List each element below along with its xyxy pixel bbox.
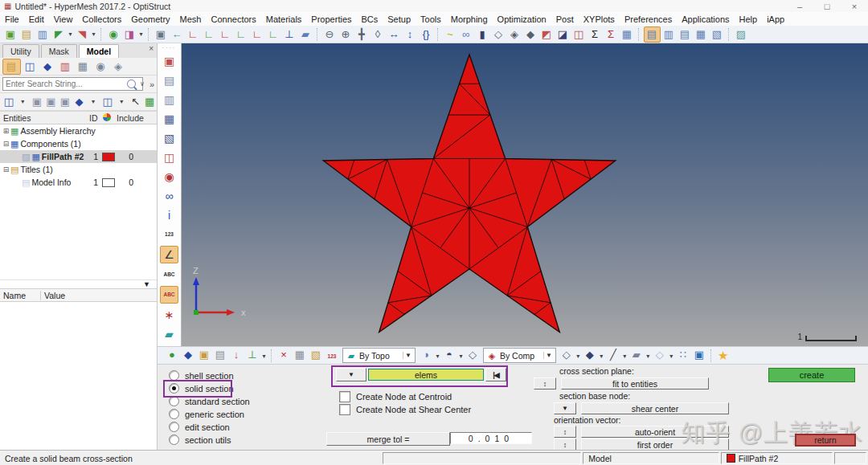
display-hidden-icon[interactable]: ▥ (161, 92, 178, 108)
checkbox-icon[interactable] (339, 404, 350, 415)
menu-help[interactable]: Help (735, 13, 763, 26)
tree-row[interactable]: ⊟▦Components (1) (0, 137, 157, 150)
arrows-multi-icon[interactable]: ∗ (161, 307, 178, 323)
quick-edit-icon[interactable]: ▤ (213, 348, 228, 362)
row2-caret2-icon[interactable]: ▾ (87, 95, 100, 109)
geom-shaded-caret-icon[interactable]: ▾ (434, 349, 440, 364)
wire-elems-icon[interactable]: ◇ (559, 348, 574, 362)
by-comp-caret-icon[interactable]: ▼ (543, 352, 554, 359)
menu-post[interactable]: Post (551, 13, 579, 26)
region-select-icon[interactable]: ▰ (161, 326, 178, 342)
include-column-header[interactable]: Include (117, 113, 144, 123)
line-style-icon[interactable]: ╱ (605, 348, 620, 362)
vector-collector-icon[interactable]: ↓ (229, 348, 244, 362)
tree-row[interactable]: ▤Model Info10 (0, 176, 157, 189)
panel-close-icon[interactable]: × (149, 44, 154, 53)
favorites-star-icon[interactable]: ★ (715, 349, 731, 363)
entities-column-header[interactable]: Entities (0, 113, 31, 123)
row2-caret1-icon[interactable]: ▾ (16, 95, 30, 109)
browser-panel-icon[interactable]: ▤ (644, 27, 661, 43)
geom-shaded-icon[interactable]: ◑ (418, 348, 433, 362)
view-zy-icon[interactable]: ∟ (266, 27, 281, 42)
viewport-canvas[interactable]: Zx 1 (182, 43, 868, 346)
tree-expander-icon[interactable]: ⊟ (2, 140, 10, 148)
iso-view-icon[interactable]: ⊥ (282, 27, 297, 42)
menu-morphing[interactable]: Morphing (446, 13, 493, 26)
radio-section-utils[interactable]: section utils (169, 434, 231, 446)
base-node-caret-button[interactable]: ▼ (554, 402, 576, 414)
feature-caret-icon[interactable]: ▾ (645, 349, 651, 364)
mass-tool-icon[interactable]: ▮ (475, 27, 490, 42)
menu-mesh[interactable]: Mesh (175, 13, 207, 26)
tree-item-label[interactable]: Components (1) (20, 139, 80, 149)
tab-mask[interactable]: Mask (41, 44, 77, 58)
panel-layout3-icon[interactable]: ▤ (678, 27, 693, 42)
user-profile-icon[interactable]: ◉ (106, 27, 121, 42)
menu-view[interactable]: View (49, 13, 78, 26)
layers-panel-icon[interactable]: ◫ (100, 95, 114, 109)
order-spinner-button[interactable]: ↕ (554, 438, 576, 451)
abc-plate-icon[interactable]: ABC (161, 267, 178, 283)
card-editor-icon[interactable]: ▧ (309, 348, 324, 362)
summary-sigma-icon[interactable]: Σ (588, 27, 603, 42)
panel-reset-icon[interactable]: ▨ (734, 27, 749, 42)
import-session-icon[interactable]: ▣ (3, 27, 18, 42)
tree-item-label[interactable]: FillPath #2 (42, 152, 84, 161)
search-input[interactable] (2, 77, 143, 91)
author-mode3-icon[interactable]: ▣ (59, 95, 72, 109)
systems-icon[interactable]: ⊥ (245, 348, 260, 362)
menu-edit[interactable]: Edit (24, 13, 49, 26)
tree-item-label[interactable]: Assembly Hierarchy (20, 126, 95, 136)
hand-pan-icon[interactable]: ◊ (371, 27, 386, 42)
link-view-icon[interactable]: ◈ (110, 59, 127, 74)
panel-layout2-icon[interactable]: ▥ (661, 27, 677, 42)
radio-generic-section[interactable]: generic section (169, 408, 244, 420)
tree-expander-icon[interactable]: ⊟ (2, 165, 10, 173)
orient-spinner-button[interactable]: ↕ (554, 426, 576, 438)
card-view-icon[interactable]: ▥ (57, 59, 74, 74)
color-swatch[interactable] (102, 178, 115, 187)
by-topo-combo[interactable]: ▰ By Topo ▼ (342, 348, 416, 363)
wireframe-cube-icon[interactable]: ◇ (465, 348, 480, 362)
model-files-icon[interactable]: ▤ (2, 59, 21, 75)
view-yz-icon[interactable]: ∟ (250, 27, 265, 42)
open-model-icon[interactable]: ▤ (19, 27, 35, 42)
arrows-horizontal-icon[interactable]: ↔ (387, 27, 402, 42)
radio-shell-section[interactable]: shell section (169, 369, 234, 381)
by-topo-caret-icon[interactable]: ▼ (403, 352, 413, 359)
row2-caret3-icon[interactable]: ▾ (115, 95, 129, 109)
display-mesh-icon[interactable]: ▧ (161, 130, 178, 146)
panel-layout4-icon[interactable]: ▦ (694, 27, 709, 42)
export-geometry-icon[interactable]: ◥ (75, 27, 90, 42)
shear-center-button[interactable]: shear center (581, 402, 729, 414)
radio-button-icon[interactable] (169, 409, 179, 419)
display-mixed-icon[interactable]: ◫ (161, 149, 178, 165)
author-mode1-icon[interactable]: ▣ (31, 95, 44, 109)
search-expand-icon[interactable]: » (149, 80, 154, 89)
checkbox-create-node-at-shear-center[interactable]: Create Node at Shear Center (339, 404, 471, 415)
tree-item-label[interactable]: Model Info (31, 177, 71, 187)
display-wireframe-icon[interactable]: ▤ (161, 72, 178, 88)
systems-caret-icon[interactable]: ▾ (261, 349, 268, 364)
menu-properties[interactable]: Properties (306, 13, 356, 26)
spherical-clip-icon[interactable]: ◉ (161, 169, 178, 185)
save-model-icon[interactable]: ▥ (35, 27, 51, 42)
pointer-cursor-icon[interactable]: ↖ (129, 95, 142, 109)
hidden-cube-icon[interactable]: ◈ (507, 27, 522, 42)
toolbar-drag-handle[interactable]: ···· (162, 45, 176, 51)
solver-browser-icon[interactable]: ◫ (22, 59, 39, 74)
braces-icon[interactable]: {} (419, 27, 434, 42)
close-button[interactable]: × (841, 1, 868, 12)
by-comp-combo[interactable]: ◈ By Comp ▼ (483, 348, 556, 363)
view-xy-icon[interactable]: ∟ (186, 27, 201, 42)
radio-button-icon[interactable] (169, 396, 179, 406)
transparency-caret-icon[interactable]: ▾ (668, 349, 674, 364)
radio-standard-section[interactable]: standard section (169, 395, 250, 407)
checkbox-icon[interactable] (339, 391, 350, 402)
menu-tools[interactable]: Tools (416, 13, 446, 26)
view-yx-icon[interactable]: ∟ (202, 27, 217, 42)
radio-button-icon[interactable] (169, 370, 179, 381)
display-colors-icon[interactable]: ◨ (122, 27, 137, 42)
loadsum-sigma-icon[interactable]: Σ (604, 27, 619, 42)
geom-nodes-icon[interactable]: ● (165, 348, 180, 362)
